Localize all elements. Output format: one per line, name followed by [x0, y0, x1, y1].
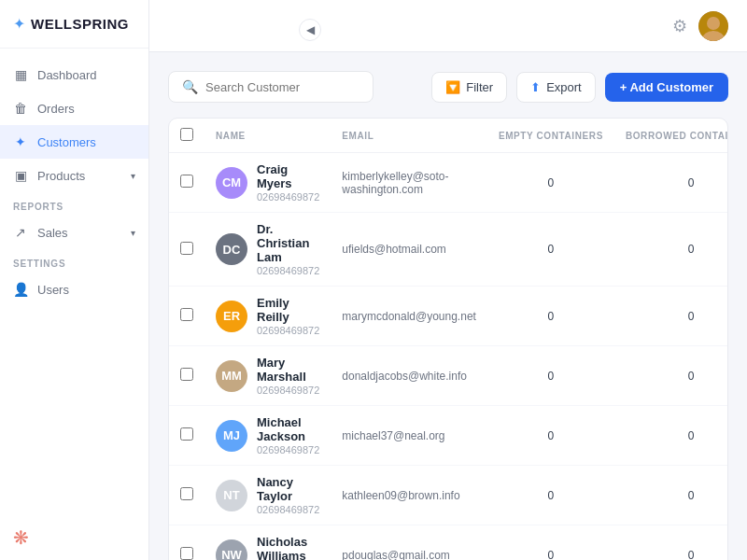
- avatar: NT: [216, 480, 247, 511]
- sidebar-item-customers[interactable]: ✦ Customers: [0, 125, 148, 159]
- chevron-down-icon: ▾: [131, 228, 135, 238]
- filter-icon: 🔽: [445, 80, 460, 94]
- logo-icon: ✦: [13, 15, 25, 33]
- avatar: [698, 11, 728, 41]
- export-icon: ⬆: [530, 80, 541, 94]
- search-icon: 🔍: [182, 79, 198, 94]
- avatar: CM: [216, 167, 247, 199]
- customer-phone: 02698469872: [257, 504, 319, 515]
- row-checkbox[interactable]: [180, 308, 193, 321]
- avatar-image: [698, 11, 728, 41]
- dashboard-icon: ▦: [13, 67, 28, 82]
- table-row[interactable]: MM Mary Marshall 02698469872 donaldjacob…: [169, 346, 728, 406]
- gear-icon[interactable]: ⚙: [672, 16, 687, 36]
- sidebar: ✦ WELLSPRING ▦ Dashboard 🗑 Orders ✦ Cust…: [0, 0, 149, 560]
- customer-email: ufields@hotmail.com: [342, 243, 446, 256]
- empty-containers: 0: [487, 213, 614, 287]
- customer-phone: 02698469872: [257, 325, 319, 336]
- table-row[interactable]: NT Nancy Taylor 02698469872 kathleen09@b…: [169, 466, 728, 525]
- borrowed-containers: 0: [614, 346, 728, 406]
- select-all-checkbox[interactable]: [180, 128, 193, 141]
- customer-email: kimberlykelley@soto-washington.com: [342, 170, 448, 196]
- sidebar-item-label: Users: [37, 283, 69, 297]
- customer-email: pdouglas@gmail.com: [342, 549, 450, 561]
- row-checkbox[interactable]: [180, 547, 193, 560]
- main-content: ◀ ⚙ 🔍 🔽 Filter: [149, 0, 747, 560]
- customer-phone: 02698469872: [257, 385, 319, 396]
- col-empty-containers: EMPTY CONTAINERS: [487, 119, 614, 153]
- content-area: 🔍 🔽 Filter ⬆ Export + Add Customer: [149, 52, 747, 560]
- customer-name: Emily Reilly: [257, 296, 319, 324]
- collapse-sidebar-button[interactable]: ◀: [299, 19, 321, 41]
- filter-button[interactable]: 🔽 Filter: [431, 72, 507, 103]
- flower-icon: ❋: [13, 527, 29, 548]
- customer-info: MM Mary Marshall 02698469872: [216, 356, 319, 396]
- app-name: WELLSPRING: [31, 16, 129, 32]
- avatar: ER: [216, 301, 247, 332]
- sidebar-item-label: Orders: [37, 102, 75, 116]
- users-icon: 👤: [13, 282, 28, 297]
- sidebar-item-label: Products: [37, 169, 85, 183]
- sidebar-footer: ❋: [0, 515, 148, 560]
- customer-email: kathleen09@brown.info: [342, 489, 459, 502]
- sidebar-item-orders[interactable]: 🗑 Orders: [0, 91, 148, 125]
- empty-containers: 0: [487, 525, 614, 561]
- sidebar-item-label: Customers: [37, 135, 96, 149]
- table-row[interactable]: MJ Michael Jackson 02698469872 michael37…: [169, 406, 728, 466]
- customers-icon: ✦: [13, 134, 28, 149]
- customer-name: Dr. Christian Lam: [257, 222, 319, 264]
- customer-info: NT Nancy Taylor 02698469872: [216, 475, 319, 515]
- orders-icon: 🗑: [13, 101, 28, 116]
- customer-phone: 02698469872: [257, 444, 319, 455]
- logo: ✦ WELLSPRING: [0, 0, 148, 49]
- table-row[interactable]: NW Nicholas Williams 02698469872 pdougla…: [169, 525, 728, 561]
- borrowed-containers: 0: [614, 213, 728, 287]
- sidebar-item-label: Dashboard: [37, 68, 97, 82]
- borrowed-containers: 0: [614, 153, 728, 213]
- customer-info: NW Nicholas Williams 02698469872: [216, 535, 319, 560]
- row-checkbox[interactable]: [180, 242, 193, 255]
- empty-containers: 0: [487, 466, 614, 525]
- customer-info: CM Craig Myers 02698469872: [216, 162, 319, 203]
- export-button[interactable]: ⬆ Export: [516, 72, 596, 103]
- table-row[interactable]: CM Craig Myers 02698469872 kimberlykelle…: [169, 153, 728, 213]
- customer-info: MJ Michael Jackson 02698469872: [216, 415, 319, 455]
- empty-containers: 0: [487, 153, 614, 213]
- empty-containers: 0: [487, 346, 614, 406]
- chevron-down-icon: ▾: [131, 171, 135, 181]
- borrowed-containers: 0: [614, 287, 728, 346]
- row-checkbox[interactable]: [180, 427, 193, 441]
- borrowed-containers: 0: [614, 406, 728, 466]
- add-customer-button[interactable]: + Add Customer: [605, 73, 728, 102]
- avatar: DC: [216, 233, 247, 265]
- svg-point-1: [707, 17, 720, 30]
- customer-info: ER Emily Reilly 02698469872: [216, 296, 319, 336]
- row-checkbox[interactable]: [180, 368, 193, 381]
- sidebar-item-sales[interactable]: ↗ Sales ▾: [0, 216, 148, 249]
- sidebar-nav: ▦ Dashboard 🗑 Orders ✦ Customers ▣ Produ…: [0, 49, 148, 515]
- customer-name: Nancy Taylor: [257, 475, 319, 503]
- customer-name: Craig Myers: [257, 162, 319, 190]
- customer-name: Nicholas Williams: [257, 535, 319, 560]
- customer-name: Michael Jackson: [257, 415, 319, 443]
- toolbar: 🔍 🔽 Filter ⬆ Export + Add Customer: [168, 71, 728, 103]
- table-row[interactable]: DC Dr. Christian Lam 02698469872 ufields…: [169, 213, 728, 287]
- sidebar-item-dashboard[interactable]: ▦ Dashboard: [0, 58, 148, 91]
- search-box: 🔍: [168, 71, 374, 103]
- row-checkbox[interactable]: [180, 487, 193, 500]
- reports-section-label: REPORTS: [0, 192, 148, 216]
- col-borrowed-containers: BORROWED CONTAINERS: [614, 119, 728, 153]
- topbar: ⚙: [149, 0, 747, 52]
- search-input[interactable]: [205, 80, 359, 94]
- empty-containers: 0: [487, 406, 614, 466]
- avatar: NW: [216, 539, 247, 561]
- table-row[interactable]: ER Emily Reilly 02698469872 marymcdonald…: [169, 287, 728, 346]
- borrowed-containers: 0: [614, 466, 728, 525]
- customer-email: marymcdonald@young.net: [342, 310, 476, 323]
- customer-email: michael37@neal.org: [342, 429, 444, 442]
- row-checkbox[interactable]: [180, 175, 193, 188]
- sidebar-item-products[interactable]: ▣ Products ▾: [0, 159, 148, 192]
- customer-table: NAME EMAIL EMPTY CONTAINERS BORROWED CON…: [168, 118, 728, 560]
- customer-name: Mary Marshall: [257, 356, 319, 384]
- sidebar-item-users[interactable]: 👤 Users: [0, 273, 148, 306]
